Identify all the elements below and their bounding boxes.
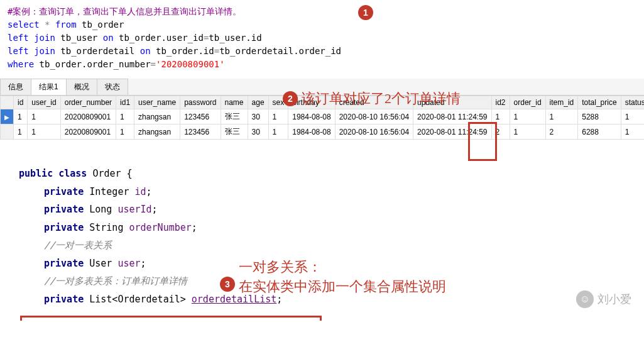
table-row[interactable]: 11202008090011zhangsan123456张三3011984-08…: [1, 124, 645, 140]
tab-info[interactable]: 信息: [0, 79, 31, 95]
tab-status[interactable]: 状态: [97, 79, 128, 95]
watermark-text: 刘小爱: [598, 292, 631, 307]
annotation-badge-2: 2: [283, 91, 298, 106]
java-comment-1: //一对一表关系: [44, 240, 112, 251]
sql-code-block: #案例：查询订单，查询出下单人信息并且查询出订单详情。 select * fro…: [0, 0, 644, 76]
col-user_name[interactable]: user_name: [134, 96, 180, 109]
col-password[interactable]: password: [180, 96, 221, 109]
sql-comment: #案例：查询订单，查询出下单人信息并且查询出订单详情。: [8, 6, 241, 16]
java-comment-2: //一对多表关系：订单和订单详情: [44, 275, 187, 287]
col-order_number[interactable]: order_number: [60, 96, 116, 109]
kw-select: select: [8, 19, 40, 30]
tab-profile[interactable]: 概况: [66, 79, 97, 95]
row-header-blank: [1, 96, 14, 109]
col-item_id[interactable]: item_id: [545, 96, 578, 109]
triangle-right-icon: ▶: [4, 114, 9, 121]
col-id1[interactable]: id1: [116, 96, 134, 109]
col-user_id[interactable]: user_id: [28, 96, 60, 109]
tab-result1[interactable]: 结果1: [31, 79, 67, 95]
col-id2[interactable]: id2: [491, 96, 510, 109]
annotation-badge-3: 3: [220, 277, 235, 292]
watermark: ☺ 刘小爱: [576, 290, 631, 308]
annotation-text-2: 该订单对应了2个订单详情: [302, 89, 461, 108]
col-status[interactable]: status: [621, 96, 644, 109]
table-row[interactable]: ▶ 11202008090011zhangsan123456张三3011984-…: [1, 109, 645, 124]
col-age[interactable]: age: [248, 96, 268, 109]
watermark-avatar-icon: ☺: [576, 290, 594, 308]
row-selector[interactable]: ▶: [1, 109, 14, 124]
annotation-text-3: 一对多关系： 在实体类中添加一个集合属性说明: [239, 258, 446, 297]
annotation-badge-1: 1: [358, 5, 373, 20]
col-name[interactable]: name: [221, 96, 248, 109]
row-selector[interactable]: [1, 124, 14, 140]
col-id[interactable]: id: [14, 96, 28, 109]
col-total_price[interactable]: total_price: [578, 96, 621, 109]
col-order_id[interactable]: order_id: [510, 96, 545, 109]
